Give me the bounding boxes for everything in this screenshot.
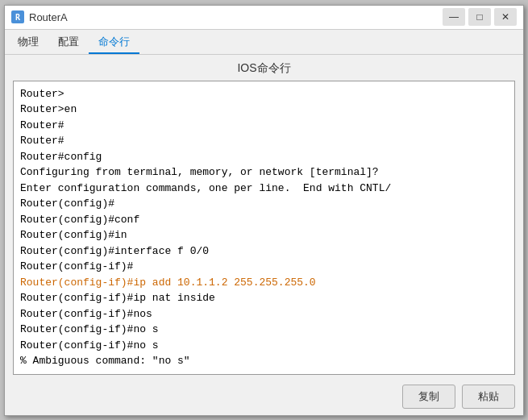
terminal-wrapper: Router> Router>en Router# Router# Router… bbox=[13, 81, 515, 375]
paste-button[interactable]: 粘贴 bbox=[462, 385, 515, 409]
menu-bar: 物理 配置 命令行 bbox=[5, 30, 523, 55]
close-button[interactable]: ✕ bbox=[494, 8, 517, 26]
app-icon: R bbox=[11, 10, 24, 23]
bottom-bar: 复制 粘贴 bbox=[5, 381, 523, 415]
minimize-button[interactable]: — bbox=[443, 8, 465, 26]
main-window: R RouterA — □ ✕ 物理 配置 命令行 IOS命令行 Router>… bbox=[4, 5, 524, 416]
window-controls: — □ ✕ bbox=[443, 8, 517, 26]
terminal-output[interactable]: Router> Router>en Router# Router# Router… bbox=[14, 81, 514, 374]
title-bar: R RouterA — □ ✕ bbox=[5, 6, 523, 30]
menu-item-config[interactable]: 配置 bbox=[48, 31, 89, 54]
maximize-button[interactable]: □ bbox=[468, 8, 491, 26]
section-title: IOS命令行 bbox=[5, 55, 523, 81]
menu-item-cli[interactable]: 命令行 bbox=[89, 31, 139, 54]
window-title: RouterA bbox=[29, 11, 443, 23]
menu-item-physics[interactable]: 物理 bbox=[8, 31, 48, 54]
copy-button[interactable]: 复制 bbox=[402, 385, 455, 409]
